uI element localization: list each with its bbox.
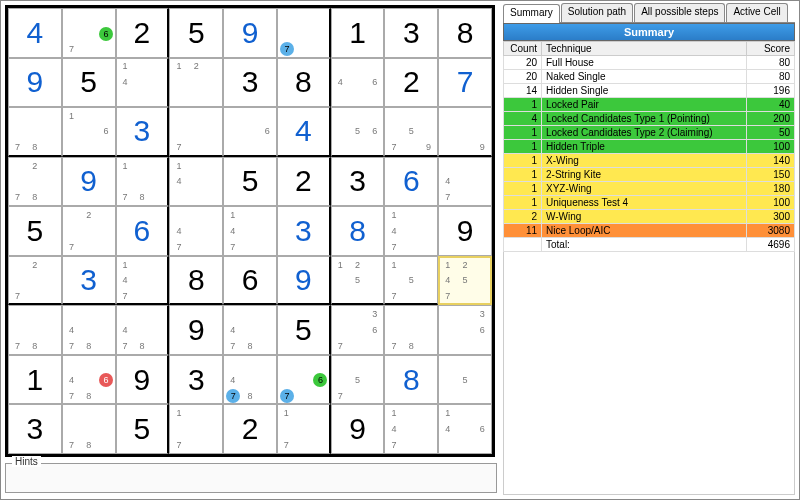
sudoku-cell[interactable]: 4 — [8, 8, 62, 58]
sudoku-cell[interactable]: 17 — [277, 404, 331, 454]
sudoku-cell[interactable]: 78 — [384, 305, 438, 355]
sudoku-cell[interactable]: 3 — [223, 58, 277, 108]
table-row[interactable]: 4Locked Candidates Type 1 (Pointing)200 — [504, 112, 795, 126]
sudoku-cell[interactable]: 6 — [223, 256, 277, 306]
sudoku-cell[interactable]: 78 — [8, 107, 62, 157]
sudoku-cell[interactable]: 5 — [438, 355, 492, 405]
sudoku-cell[interactable]: 278 — [8, 157, 62, 207]
sudoku-cell[interactable]: 8 — [384, 355, 438, 405]
sudoku-cell[interactable]: 5 — [223, 157, 277, 207]
col-count[interactable]: Count — [504, 42, 542, 56]
sudoku-cell[interactable]: 9 — [62, 157, 116, 207]
sudoku-cell[interactable]: 9 — [438, 206, 492, 256]
col-score[interactable]: Score — [747, 42, 795, 56]
sudoku-cell[interactable]: 12457 — [438, 256, 492, 306]
sudoku-cell[interactable]: 8 — [169, 256, 223, 306]
table-row[interactable]: 20Full House80 — [504, 56, 795, 70]
sudoku-cell[interactable]: 1 — [331, 8, 385, 58]
sudoku-cell[interactable]: 579 — [384, 107, 438, 157]
sudoku-cell[interactable]: 46 — [331, 58, 385, 108]
tab-summary[interactable]: Summary — [503, 4, 560, 23]
sudoku-cell[interactable]: 5 — [277, 305, 331, 355]
sudoku-cell[interactable]: 9 — [438, 107, 492, 157]
table-row[interactable]: 1X-Wing140 — [504, 154, 795, 168]
sudoku-cell[interactable]: 7 — [438, 58, 492, 108]
sudoku-cell[interactable]: 27 — [8, 256, 62, 306]
sudoku-cell[interactable]: 8 — [331, 206, 385, 256]
sudoku-cell[interactable]: 8 — [438, 8, 492, 58]
sudoku-cell[interactable]: 9 — [116, 355, 170, 405]
sudoku-cell[interactable]: 3 — [116, 107, 170, 157]
sudoku-cell[interactable]: 3 — [331, 157, 385, 207]
sudoku-cell[interactable]: 147 — [116, 256, 170, 306]
sudoku-cell[interactable]: 125 — [331, 256, 385, 306]
sudoku-cell[interactable]: 5 — [62, 58, 116, 108]
sudoku-cell[interactable]: 78 — [8, 305, 62, 355]
sudoku-cell[interactable]: 56 — [331, 107, 385, 157]
sudoku-cell[interactable]: 6 — [384, 157, 438, 207]
sudoku-cell[interactable]: 478 — [62, 305, 116, 355]
sudoku-cell[interactable]: 2 — [384, 58, 438, 108]
table-row[interactable]: 1Hidden Triple100 — [504, 140, 795, 154]
sudoku-cell[interactable]: 4 — [277, 107, 331, 157]
sudoku-cell[interactable]: 478 — [223, 305, 277, 355]
sudoku-cell[interactable]: 17 — [169, 404, 223, 454]
sudoku-cell[interactable]: 6 — [116, 206, 170, 256]
sudoku-cell[interactable]: 147 — [384, 404, 438, 454]
sudoku-cell[interactable]: 3 — [277, 206, 331, 256]
sudoku-cell[interactable]: 9 — [277, 256, 331, 306]
table-row[interactable]: 20Naked Single80 — [504, 70, 795, 84]
sudoku-cell[interactable]: 27 — [62, 206, 116, 256]
sudoku-cell[interactable]: 178 — [116, 157, 170, 207]
sudoku-cell[interactable]: 7 — [277, 8, 331, 58]
sudoku-cell[interactable]: 78 — [62, 404, 116, 454]
sudoku-cell[interactable]: 7 — [169, 107, 223, 157]
sudoku-cell[interactable]: 3 — [8, 404, 62, 454]
sudoku-cell[interactable]: 12 — [169, 58, 223, 108]
sudoku-cell[interactable]: 157 — [384, 256, 438, 306]
tab-active-cell[interactable]: Active Cell — [726, 3, 787, 22]
sudoku-cell[interactable]: 9 — [223, 8, 277, 58]
sudoku-cell[interactable]: 147 — [384, 206, 438, 256]
sudoku-cell[interactable]: 57 — [331, 355, 385, 405]
sudoku-cell[interactable]: 76 — [62, 8, 116, 58]
sudoku-grid[interactable]: 4762597138951412384627781637645657992789… — [5, 5, 495, 457]
sudoku-cell[interactable]: 5 — [8, 206, 62, 256]
sudoku-cell[interactable]: 3 — [384, 8, 438, 58]
table-row[interactable]: 1Locked Candidates Type 2 (Claiming)50 — [504, 126, 795, 140]
sudoku-cell[interactable]: 2 — [223, 404, 277, 454]
sudoku-cell[interactable]: 487 — [223, 355, 277, 405]
tab-all-steps[interactable]: All possible steps — [634, 3, 725, 22]
table-row[interactable]: 2W-Wing300 — [504, 210, 795, 224]
sudoku-cell[interactable]: 5 — [116, 404, 170, 454]
sudoku-cell[interactable]: 478 — [116, 305, 170, 355]
sudoku-cell[interactable]: 67 — [277, 355, 331, 405]
sudoku-cell[interactable]: 3 — [169, 355, 223, 405]
sudoku-cell[interactable]: 4786 — [62, 355, 116, 405]
sudoku-cell[interactable]: 36 — [438, 305, 492, 355]
sudoku-cell[interactable]: 2 — [116, 8, 170, 58]
table-row[interactable]: 1Uniqueness Test 4100 — [504, 196, 795, 210]
col-technique[interactable]: Technique — [542, 42, 747, 56]
table-row[interactable]: 12-String Kite150 — [504, 168, 795, 182]
sudoku-cell[interactable]: 2 — [277, 157, 331, 207]
sudoku-cell[interactable]: 9 — [331, 404, 385, 454]
table-row[interactable]: 1XYZ-Wing180 — [504, 182, 795, 196]
table-row[interactable]: 14Hidden Single196 — [504, 84, 795, 98]
sudoku-cell[interactable]: 367 — [331, 305, 385, 355]
sudoku-cell[interactable]: 8 — [277, 58, 331, 108]
sudoku-cell[interactable]: 147 — [223, 206, 277, 256]
sudoku-cell[interactable]: 9 — [8, 58, 62, 108]
table-row[interactable]: 1Locked Pair40 — [504, 98, 795, 112]
table-row[interactable]: 11Nice Loop/AIC3080 — [504, 224, 795, 238]
sudoku-cell[interactable]: 14 — [169, 157, 223, 207]
sudoku-cell[interactable]: 3 — [62, 256, 116, 306]
sudoku-cell[interactable]: 5 — [169, 8, 223, 58]
sudoku-cell[interactable]: 1 — [8, 355, 62, 405]
sudoku-cell[interactable]: 9 — [169, 305, 223, 355]
sudoku-cell[interactable]: 47 — [438, 157, 492, 207]
sudoku-cell[interactable]: 6 — [223, 107, 277, 157]
sudoku-cell[interactable]: 47 — [169, 206, 223, 256]
sudoku-cell[interactable]: 146 — [438, 404, 492, 454]
sudoku-cell[interactable]: 16 — [62, 107, 116, 157]
